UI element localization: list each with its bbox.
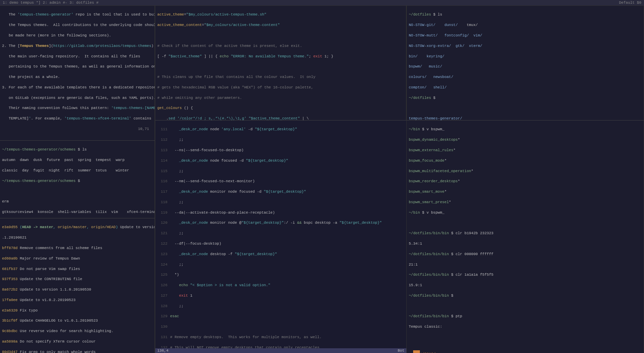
script-line1: active_theme="$my_colours/active-tempus-… — [157, 12, 266, 17]
code-line-114: 114 _desk_or_node node focused -d "${tar… — [157, 159, 288, 163]
code-line-116: 116 --nm|--send-focused-to-next-monitor) — [157, 179, 255, 183]
left-column: The 'tempus-themes-generator' repo is th… — [0, 6, 155, 353]
code-line-132: 132# This will NOT remove empty desktops… — [157, 346, 319, 348]
code-line-119: 119 --da|--activate-desktop-and-place-re… — [157, 211, 275, 215]
bin-clr3: ~/dotfiles/bin/bin $ clr 1a1a1a f5f5f5 — [409, 273, 493, 277]
dotfiles-ls5: bspwm/ music/ — [409, 64, 442, 69]
git-entry-6: 8a672b2 Update to version 1.1.0.20190530 — [2, 288, 91, 292]
readme-line10: Their naming convention follows this pat… — [2, 106, 155, 110]
bin-content: ~/bin $ v bspwm_ bspwm_dynamic_desktops*… — [407, 120, 644, 353]
schemes-list2: classic day fugit night rift summer totu… — [2, 168, 129, 172]
bin-bspwm5: bspwm_reorder_desktops* — [409, 179, 460, 183]
git-log-content: e3a9d55 (HEAD -> master, origin/master, … — [0, 218, 155, 353]
git-entry-4: 681fb37 Do not parse Vim swap files — [2, 267, 80, 271]
dotfiles-ls6: colours/ newsboat/ — [409, 75, 453, 79]
readme-line2: the Tempus themes. All contributions to … — [2, 23, 155, 27]
dotfiles-content: ~/dotfiles $ ls NO-STOW-git/ dunst/ tmux… — [407, 6, 644, 120]
bin-prompt: ~/dotfiles/bin/bin $ — [409, 294, 453, 298]
git-entry-2: bff878d Remove comments from all scheme … — [2, 246, 102, 250]
git-entry-1: e3a9d55 (HEAD -> master, origin/master, … — [2, 225, 155, 229]
templates-list2: gtksourceview4 konsole shell-variables t… — [2, 210, 155, 214]
git-entry-9: 3b1cf0f Update CHANGELOG to v1.0.1.20190… — [2, 319, 98, 323]
readme-pane: The 'tempus-themes-generator' repo is th… — [0, 6, 155, 141]
readme-line8: 3. For each of the available templates t… — [2, 85, 155, 89]
script-line8: get_colours () { — [157, 106, 193, 110]
code-line-128: 128 ;; — [157, 304, 184, 308]
script-line4: [ -f "$active_theme" ] || { echo "ERROR:… — [157, 54, 333, 58]
git-entry-12: 80d3d47 Fix grep to only match whole wor… — [2, 350, 96, 353]
code-line-117: 117 _desk_or_node monitor node focused -… — [157, 190, 306, 194]
code-line-123: 123 _desk_or_node desktop -f "${target_d… — [157, 252, 277, 256]
top-bar: 1: demo tempus *] 2: admin #- 3: dotfile… — [0, 0, 644, 6]
bin-clr1: ~/dotfiles/bin/bin $ clr b1942b 232323 — [409, 231, 493, 235]
script-top-content: active_theme="$my_colours/active-tempus-… — [155, 6, 406, 120]
code-line-129: 129esac — [157, 314, 179, 318]
tab-labels[interactable]: 1: demo tempus *] 2: admin #- 3: dotfile… — [3, 1, 99, 5]
vim-cursor-pos: 136,4 — [157, 349, 168, 353]
dotfiles-ls4: bin/ keyring/ — [409, 54, 445, 58]
code-line-127: 127 exit 1 — [157, 294, 192, 298]
dotfiles-ls2: NO-STOW-mutt/ fontconfig/ vim/ — [409, 33, 482, 37]
bin-bspwm1: bspwm_dynamic_desktops* — [409, 138, 460, 142]
git-entry-3: ed60a0b Major review of Tempus Dawn — [2, 256, 80, 261]
mode-label: Default $0 — [619, 1, 641, 5]
script-line6: # gets the hexadecimal RGB value (aka "H… — [157, 85, 313, 89]
bin-ptp-cmd: ~/dotfiles/bin/bin $ ptp — [409, 314, 462, 318]
readme-line3: be made here (more in the following sect… — [2, 33, 111, 37]
vim-statusline-bottom: 136,4 Bot — [155, 348, 406, 353]
schemes-prompt: ~/tempus-themes-generator/schemes $ — [2, 179, 82, 183]
code-line-122: 122 --df|--focus-desktop) — [157, 242, 221, 246]
code-line-120: 120 _desk_or_node monitor node @"${targe… — [157, 221, 382, 225]
main-layout: The 'tempus-themes-generator' repo is th… — [0, 6, 644, 353]
readme-content: The 'tempus-themes-generator' repo is th… — [0, 6, 155, 140]
bin-clr2-result: 21:1 — [409, 263, 418, 267]
code-line-131: 131# Remove empty desktops. This works f… — [157, 335, 322, 339]
bin-bspwm6: bspwm_smart_move* — [409, 190, 447, 194]
generator-dir: tempus-themes-generator/ — [409, 116, 462, 120]
readme-line1: The 'tempus-themes-generator' repo is th… — [2, 12, 155, 17]
code-line-111: 111 _desk_or_node node 'any.local' -d "$… — [157, 127, 297, 131]
script-line9: .sed '/color*/!d ; s,.*\(#.*\),\1,g' "$a… — [157, 116, 309, 120]
git-entry-5: 937f353 Update the CONTRIBUTING file — [2, 277, 82, 281]
code-pane-bottom: 111 _desk_or_node node 'any.local' -d "$… — [155, 120, 406, 353]
bin-bspwm3: bspwm_focus_mode* — [409, 159, 447, 163]
git-entry-8: e2a6320 Fix typo — [2, 308, 38, 313]
bin-ptp-label: Tempus classic: — [409, 325, 442, 329]
script-line2: active_theme_content="$my_colours/active… — [157, 23, 280, 27]
bin-clr3-result: 15.9:1 — [409, 283, 422, 287]
code-line-112: 112 ;; — [157, 138, 184, 142]
bin-bspwm-prompt: ~/bin $ v bspwm_ — [409, 211, 445, 215]
readme-line9: on GitLab (exceptions are generic data f… — [2, 96, 155, 100]
readme-line6: pertaining to the Tempus themes, as well… — [2, 64, 155, 69]
bin-pane: ~/bin $ v bspwm_ bspwm_dynamic_desktops*… — [407, 120, 644, 353]
code-line-121: 121 ;; — [157, 231, 184, 235]
bin-clr1-result: 5.34:1 — [409, 242, 422, 246]
dotfiles-ls3: NO-STOW-xorg-extra/ gtk/ xterm/ — [409, 44, 482, 48]
dotfiles-pane: ~/dotfiles $ ls NO-STOW-git/ dunst/ tmux… — [407, 6, 644, 120]
middle-column: active_theme="$my_colours/active-tempus-… — [155, 6, 407, 353]
readme-line4: 2. The [Tempus Themes](https://gitlab.co… — [2, 44, 155, 48]
git-entry-7: 17fa0ee Update to v1.0.2.20190523 — [2, 298, 76, 302]
code-line-124: 124 ;; — [157, 263, 184, 267]
readme-line7: the project as a whole. — [2, 75, 60, 79]
script-line5: # This cleans up the file that contains … — [157, 75, 316, 79]
readme-status: 10,71 11% — [2, 127, 155, 131]
script-pane-top: active_theme="$my_colours/active-tempus-… — [155, 6, 406, 120]
bin-bspwm7: bspwm_smart_presel* — [409, 200, 451, 204]
templates-list1: erm — [2, 199, 9, 203]
vim-bot-indicator: Bot — [398, 349, 404, 353]
code-line-126: 126 echo "< $option > is not a valid opt… — [157, 283, 270, 287]
code-line-118: 118 ;; — [157, 200, 184, 204]
bin-bspwm4: bspwm_multifaceted_operation* — [409, 169, 473, 173]
dotfiles-ls7: compton/ shell/ — [409, 85, 447, 89]
bin-bspwm2: bspwm_external_rules* — [409, 148, 456, 152]
git-entry-1b: .1.20190621 — [2, 236, 27, 240]
code-line-113: 113 --ns|--send-focused-to-desktop) — [157, 148, 244, 152]
bin-bspwm: ~/bin $ v bspwm_ — [409, 127, 445, 131]
dotfiles-ls1: NO-STOW-git/ dunst/ tmux/ — [409, 23, 478, 27]
git-log-pane: e3a9d55 (HEAD -> master, origin/master, … — [0, 218, 155, 353]
code-line-130: 130 — [157, 325, 170, 329]
schemes-list1: autumn dawn dusk future past spring temp… — [2, 158, 125, 162]
code-line-125: 125 *) — [157, 273, 179, 277]
git-entry-11: aa5898a Do not specify XTerm cursor colo… — [2, 340, 96, 344]
